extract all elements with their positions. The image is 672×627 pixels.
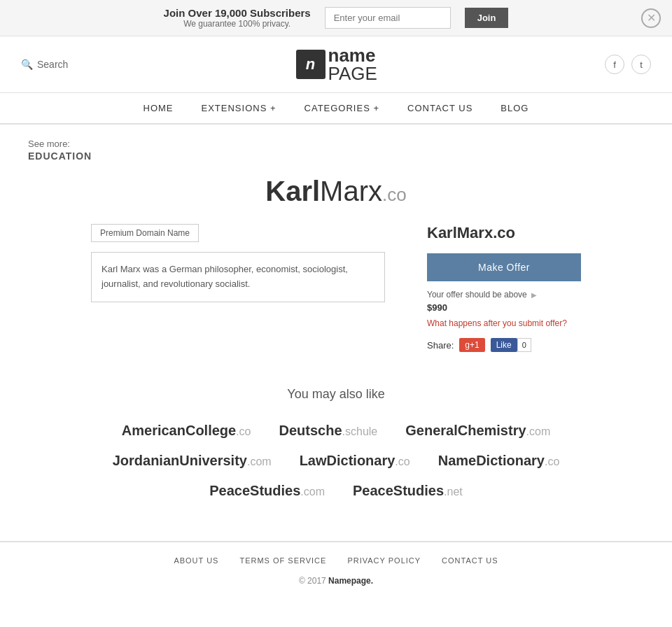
domain-details: Premium Domain Name Karl Marx was a Germ… [91,224,581,352]
social-links: f t [605,55,651,74]
fb-count: 0 [517,338,531,352]
offer-amount: $990 [427,302,581,313]
also-row-2: JordanianUniversity.com LawDictionary.co… [113,453,560,469]
site-header: 🔍 Search n name PAGE f t [0,36,672,93]
top-banner: Join Over 19,000 Subscribers We guarante… [0,0,672,36]
domain-name-display: KarlMarx.co [427,224,581,242]
arrow-right-icon: ▶ [531,291,537,299]
nav-categories[interactable]: CATEGORIES + [304,103,379,113]
domain-right: KarlMarx.co Make Offer Your offer should… [427,224,581,352]
make-offer-button[interactable]: Make Offer [427,253,581,281]
domain-logo: KarlMarx.co [265,176,406,207]
list-item[interactable]: LawDictionary.co [300,453,410,469]
also-like-grid: AmericanCollege.co Deutsche.schule Gener… [28,423,644,499]
see-more-label: See more: [28,139,644,149]
nav-blog[interactable]: BLOG [500,103,528,113]
search-area[interactable]: 🔍 Search [21,59,68,70]
main-nav: HOME EXTENSIONS + CATEGORIES + CONTACT U… [0,93,672,125]
see-more-category[interactable]: EDUCATION [28,150,644,162]
footer-brand[interactable]: Namepage. [328,576,373,586]
logo-text: name PAGE [328,46,377,83]
domain-description: Karl Marx was a German philosopher, econ… [91,252,385,302]
list-item[interactable]: AmericanCollege.co [122,423,251,439]
twitter-icon[interactable]: t [631,55,651,74]
also-like-section: You may also like AmericanCollege.co Deu… [28,373,644,513]
banner-title: Join Over 19,000 Subscribers [164,7,311,19]
gplus-button[interactable]: g+1 [459,338,484,352]
close-banner-button[interactable]: ✕ [641,8,661,28]
facebook-like-button[interactable]: Like [491,338,517,352]
also-row-3: PeaceStudies.com PeaceStudies.net [209,483,463,499]
main-content: See more: EDUCATION KarlMarx.co Premium … [0,125,672,527]
domain-logo-ext: .co [382,184,407,205]
share-label: Share: [427,340,454,351]
footer-copyright: © 2017 Namepage. [28,576,644,586]
footer-privacy[interactable]: PRIVACY POLICY [347,556,421,565]
offer-link[interactable]: What happens after you submit offer? [427,318,581,328]
list-item[interactable]: GeneralChemistry.com [405,423,550,439]
nav-contact[interactable]: CONTACT US [407,103,472,113]
logo[interactable]: n name PAGE [296,46,377,83]
also-like-title: You may also like [28,387,644,402]
logo-page: PAGE [328,63,377,84]
site-footer: ABOUT US TERMS OF SERVICE PRIVACY POLICY… [0,541,672,600]
footer-terms[interactable]: TERMS OF SERVICE [239,556,326,565]
email-input[interactable] [325,7,451,29]
join-button[interactable]: Join [465,8,509,28]
domain-left: Premium Domain Name Karl Marx was a Germ… [91,224,385,352]
domain-section: KarlMarx.co Premium Domain Name Karl Mar… [28,176,644,352]
offer-note: Your offer should be above ▶ [427,290,581,300]
domain-logo-bold: Karl [265,176,320,206]
list-item[interactable]: Deutsche.schule [279,423,378,439]
premium-badge: Premium Domain Name [91,224,199,242]
nav-home[interactable]: HOME [144,103,174,113]
banner-subtitle: We guarantee 100% privacy. [164,19,311,29]
facebook-icon[interactable]: f [605,55,624,74]
footer-links: ABOUT US TERMS OF SERVICE PRIVACY POLICY… [28,556,644,565]
search-icon: 🔍 [21,59,33,70]
logo-icon: n [296,50,326,79]
list-item[interactable]: JordanianUniversity.com [113,453,272,469]
domain-logo-light: Marx [320,176,382,206]
also-row-1: AmericanCollege.co Deutsche.schule Gener… [122,423,550,439]
footer-contact[interactable]: CONTACT US [442,556,498,565]
banner-text: Join Over 19,000 Subscribers We guarante… [164,7,311,29]
search-label: Search [37,59,68,70]
share-row: Share: g+1 Like 0 [427,338,581,352]
list-item[interactable]: PeaceStudies.com [209,483,325,499]
nav-extensions[interactable]: EXTENSIONS + [202,103,276,113]
list-item[interactable]: NameDictionary.co [438,453,560,469]
list-item[interactable]: PeaceStudies.net [353,483,463,499]
footer-about[interactable]: ABOUT US [174,556,218,565]
